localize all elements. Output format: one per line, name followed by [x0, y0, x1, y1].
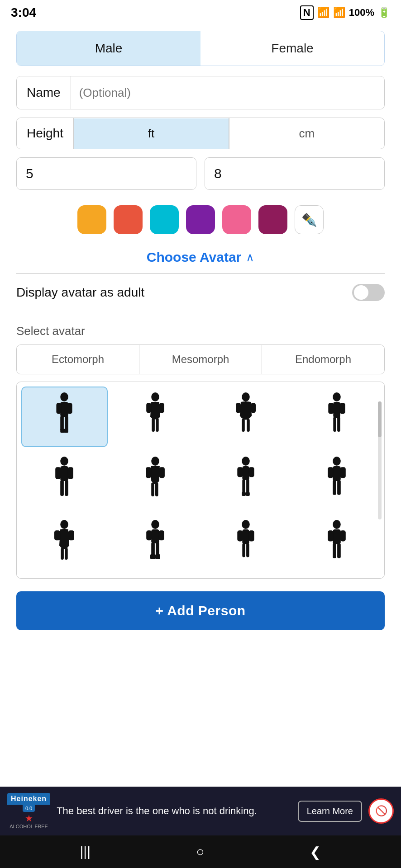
svg-rect-11	[152, 418, 155, 432]
svg-rect-59	[156, 542, 159, 557]
avatar-figure-7	[230, 456, 262, 506]
height-feet-input[interactable]	[17, 158, 196, 189]
gender-toggle: Male Female	[16, 31, 385, 66]
svg-rect-61	[155, 554, 160, 559]
ad-banner: Heineken 0.0 ★ ALCOHOL FREE The best dri…	[0, 787, 401, 835]
avatar-figure-4	[321, 392, 353, 442]
svg-rect-7	[64, 429, 68, 433]
swatch-purple[interactable]	[186, 205, 215, 234]
swatch-magenta[interactable]	[258, 205, 287, 234]
svg-rect-42	[246, 492, 250, 496]
ad-star-icon: ★	[25, 813, 33, 824]
no-drink-symbol: 🚫	[375, 805, 387, 817]
gender-female-button[interactable]: Female	[200, 31, 384, 66]
tab-ectomorph[interactable]: Ectomorph	[17, 345, 139, 374]
add-person-button[interactable]: + Add Person	[16, 591, 385, 630]
svg-point-18	[333, 392, 341, 401]
status-bar: 3:04 N 📶 📶 100% 🔋	[0, 0, 401, 24]
svg-rect-72	[333, 543, 336, 558]
avatar-item-3[interactable]	[203, 387, 289, 447]
svg-rect-47	[333, 480, 336, 495]
nav-recent-button[interactable]: |||	[80, 844, 91, 859]
svg-rect-66	[243, 543, 246, 557]
svg-point-54	[151, 520, 159, 529]
avatar-item-11[interactable]	[203, 515, 289, 574]
learn-more-button[interactable]: Learn More	[298, 801, 362, 822]
svg-rect-26	[55, 467, 61, 479]
svg-point-13	[242, 392, 250, 401]
svg-rect-12	[156, 418, 159, 432]
avatar-item-9[interactable]	[21, 515, 108, 574]
swatch-pink[interactable]	[222, 205, 251, 234]
nav-bar: ||| ○ ❮	[0, 835, 401, 868]
avatar-item-2[interactable]	[112, 387, 199, 447]
avatar-item-10[interactable]	[112, 515, 199, 574]
height-values-row: ft inch	[16, 157, 385, 190]
avatar-item-12[interactable]	[294, 515, 380, 574]
svg-rect-69	[333, 529, 341, 544]
swatch-red[interactable]	[114, 205, 143, 234]
height-inches-box: inch	[205, 157, 385, 190]
tab-mesomorph[interactable]: Mesomorph	[139, 345, 262, 374]
svg-rect-44	[333, 466, 341, 481]
avatar-item-7[interactable]	[203, 452, 289, 510]
select-avatar-label: Select avatar	[16, 324, 385, 338]
swatch-orange[interactable]	[77, 205, 106, 234]
svg-rect-9	[146, 403, 151, 413]
avatar-item-4[interactable]	[294, 387, 380, 447]
svg-rect-36	[243, 466, 249, 480]
svg-rect-64	[238, 530, 243, 541]
body-type-tabs: Ectomorph Mesomorph Endomorph	[16, 344, 385, 374]
svg-rect-16	[242, 419, 245, 432]
svg-rect-52	[61, 548, 64, 560]
avatar-adult-toggle[interactable]	[352, 284, 385, 301]
gender-male-button[interactable]: Male	[17, 31, 200, 66]
avatar-figure-1	[48, 392, 80, 442]
svg-rect-10	[159, 403, 164, 413]
no-drink-icon: 🚫	[368, 798, 394, 824]
svg-rect-19	[333, 402, 340, 418]
svg-rect-2	[57, 403, 62, 414]
svg-rect-48	[337, 480, 341, 495]
avatar-figure-10	[139, 519, 171, 569]
avatar-item-6[interactable]	[112, 452, 199, 510]
choose-avatar-button[interactable]: Choose Avatar	[147, 250, 242, 265]
nav-home-button[interactable]: ○	[196, 844, 204, 859]
svg-rect-3	[67, 403, 72, 414]
avatar-figure-3	[230, 392, 262, 442]
name-input[interactable]	[71, 77, 384, 109]
color-picker-button[interactable]: ✒️	[295, 205, 324, 234]
ad-logo: Heineken 0.0 ★ ALCOHOL FREE	[7, 793, 50, 829]
svg-rect-40	[246, 479, 249, 494]
avatar-figure-11	[230, 519, 262, 569]
avatar-scrollbar[interactable]	[378, 401, 382, 519]
svg-rect-20	[328, 403, 334, 414]
svg-rect-17	[247, 419, 250, 432]
svg-rect-15	[251, 403, 256, 413]
height-unit-cm[interactable]: cm	[229, 118, 384, 149]
nav-back-button[interactable]: ❮	[310, 844, 321, 860]
svg-rect-23	[337, 417, 340, 432]
swatch-teal[interactable]	[150, 205, 179, 234]
color-swatches-row: ✒️	[16, 201, 385, 239]
tab-endomorph[interactable]: Endomorph	[262, 345, 384, 374]
ad-logo-bottom: 0.0	[23, 805, 35, 812]
svg-rect-28	[60, 480, 64, 496]
avatar-figure-6	[139, 456, 171, 506]
avatar-item-8[interactable]	[294, 452, 380, 510]
avatar-item-5[interactable]	[21, 452, 108, 510]
svg-point-30	[151, 457, 159, 466]
svg-rect-1	[60, 402, 68, 417]
svg-rect-50	[54, 530, 60, 540]
svg-rect-32	[159, 467, 165, 478]
avatar-item-1[interactable]	[21, 387, 108, 447]
avatar-figure-2	[139, 392, 171, 442]
svg-rect-37	[238, 467, 243, 477]
height-unit-ft[interactable]: ft	[74, 118, 229, 149]
svg-rect-27	[68, 467, 73, 479]
svg-rect-60	[150, 554, 155, 559]
svg-point-43	[333, 457, 341, 466]
height-inches-input[interactable]	[205, 158, 385, 189]
status-time: 3:04	[11, 5, 36, 20]
eyedropper-icon: ✒️	[301, 212, 317, 227]
